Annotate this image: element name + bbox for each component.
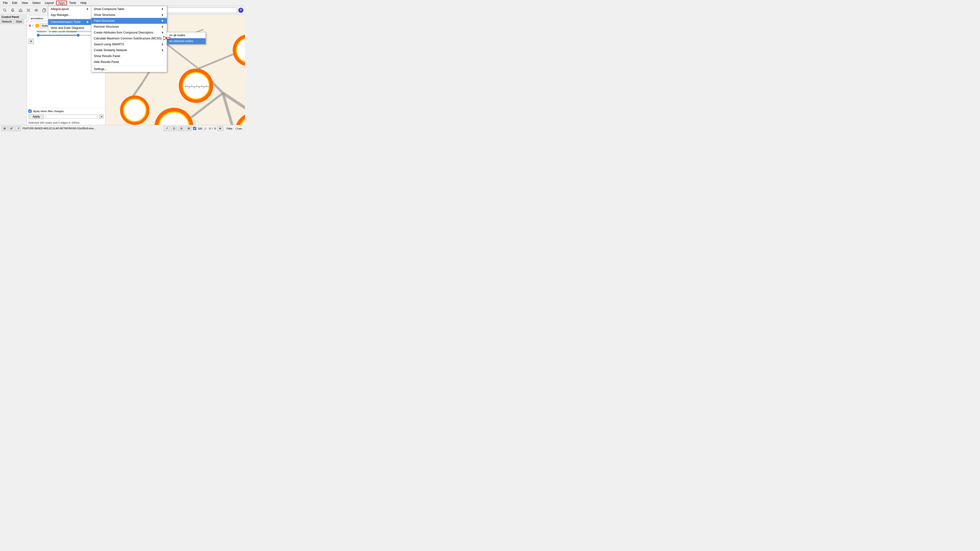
- apps-sep: [48, 18, 92, 19]
- show-checkbox[interactable]: [193, 127, 196, 130]
- share-button[interactable]: ⇄: [8, 126, 14, 131]
- zoom-button[interactable]: ⊕: [217, 126, 223, 131]
- paint-structures-arrow: [162, 20, 164, 22]
- show-compound-arrow: [162, 8, 164, 10]
- node-1[interactable]: [179, 68, 213, 103]
- apply-when-filter-checkbox[interactable]: [29, 110, 32, 113]
- chemo-sep: [91, 65, 167, 66]
- filter-node-icon: N: [35, 24, 39, 28]
- menu-help[interactable]: Help: [79, 1, 89, 5]
- menu-edit[interactable]: Edit: [10, 1, 19, 5]
- menu-apps[interactable]: Apps: [56, 1, 67, 5]
- refresh-icon: [11, 8, 15, 12]
- chemo-show-results[interactable]: Show Results Panel: [91, 53, 167, 59]
- divider-label: /: [212, 127, 213, 130]
- svg-line-37: [201, 85, 202, 87]
- filter-add-button[interactable]: +: [29, 39, 34, 44]
- view-button[interactable]: [33, 7, 40, 14]
- svg-point-12: [36, 10, 37, 11]
- apps-allegrolayout[interactable]: AllegroLayout: [48, 6, 92, 12]
- molecule-5: [158, 124, 192, 125]
- layout-button[interactable]: ⊞: [186, 126, 192, 131]
- svg-line-35: [196, 85, 197, 87]
- chemo-settings[interactable]: Settings...: [91, 66, 167, 72]
- svg-line-34: [194, 87, 194, 88]
- apps-cheminformatics[interactable]: Cheminformatics Tools: [48, 19, 92, 25]
- paint-selected-nodes[interactable]: on selected nodes: [167, 38, 205, 44]
- slider-fill: [37, 35, 77, 36]
- search-button[interactable]: [2, 7, 8, 14]
- svg-line-31: [187, 85, 188, 87]
- search-icon: [3, 8, 7, 12]
- tab-network[interactable]: Network: [0, 19, 14, 24]
- apply-row: Apply ✕: [29, 114, 103, 119]
- chemo-paint-structures[interactable]: Paint Structures: [91, 18, 167, 24]
- graph-button[interactable]: ↗: [15, 126, 21, 131]
- chain-label: Chain: [234, 127, 243, 130]
- svg-line-36: [199, 87, 199, 88]
- between-label: between: [37, 30, 47, 33]
- chemo-search-smarts[interactable]: Search using SMARTS: [91, 41, 167, 47]
- cheminformatics-dropdown: Show Compound Table Show Structures Pain…: [91, 6, 167, 72]
- panel-tabs: Network Style Select Annotati: [0, 19, 27, 24]
- menu-view[interactable]: View: [20, 1, 30, 5]
- copy-button[interactable]: [41, 7, 48, 14]
- slider-thumb-left[interactable]: [37, 34, 40, 37]
- paint-all-nodes[interactable]: on all nodes: [167, 32, 205, 38]
- cheminformatics-arrow: [87, 21, 88, 23]
- show-structures-arrow: [162, 14, 164, 16]
- chemo-remove-structures[interactable]: Remove Structures: [91, 24, 167, 30]
- menu-file[interactable]: File: [1, 1, 10, 5]
- grid-view-button[interactable]: ⊞: [2, 126, 7, 131]
- chemo-hide-results[interactable]: Hide Results Panel: [91, 59, 167, 65]
- copy-icon: [42, 8, 46, 12]
- filter-remove-button[interactable]: ✕: [29, 24, 31, 28]
- apps-venn[interactable]: Venn and Euler Diagrams: [48, 25, 92, 31]
- allegrolayout-arrow: [87, 8, 88, 10]
- menu-layout[interactable]: Layout: [43, 1, 56, 5]
- create-similarity-arrow: [162, 49, 164, 51]
- apply-cancel-button[interactable]: ✕: [99, 114, 103, 119]
- svg-line-39: [206, 85, 207, 87]
- chemo-create-similarity[interactable]: Create Similarity Network: [91, 47, 167, 53]
- network-button[interactable]: [25, 7, 32, 14]
- node-count: 160: [198, 127, 202, 130]
- chemo-mcss[interactable]: Calculate Maximum Common SubStructure (M…: [91, 35, 167, 41]
- eye-icon: [34, 8, 38, 12]
- apps-appmanager[interactable]: App Manager...: [48, 12, 92, 18]
- deselect-button[interactable]: ⊟: [178, 126, 184, 131]
- status-right: ↗ ⊡ ⊟ ⊞ 160 0 / 0 ⊕: [164, 126, 223, 131]
- svg-line-15: [167, 44, 199, 68]
- menubar: File Edit View Select Layout Apps Tools …: [0, 0, 245, 6]
- apply-progress-bar: [46, 114, 98, 119]
- chemo-show-compound[interactable]: Show Compound Table: [91, 6, 167, 12]
- edge-count-2: 0: [215, 127, 216, 130]
- svg-rect-81: [167, 38, 170, 39]
- tab-style[interactable]: Style: [14, 19, 24, 24]
- svg-line-38: [204, 87, 204, 88]
- home-button[interactable]: [17, 7, 24, 14]
- refresh-button[interactable]: [9, 7, 16, 14]
- help-button[interactable]: ?: [238, 8, 243, 13]
- apps-dropdown: AllegroLayout App Manager... Cheminforma…: [48, 6, 92, 31]
- red-arrow-indicator: [163, 36, 170, 41]
- molecule-1: [182, 78, 212, 95]
- apply-when-filter-label: Apply when filter changes: [33, 110, 64, 113]
- chemo-create-attrs[interactable]: Create Attributes from Compound Descript…: [91, 30, 167, 35]
- filter-label: Filter: [225, 127, 232, 130]
- remove-structures-arrow: [162, 25, 164, 28]
- edge-count: 0: [209, 127, 210, 130]
- slider-thumb-right[interactable]: [77, 34, 80, 37]
- node-4[interactable]: [120, 95, 150, 125]
- svg-line-1: [5, 11, 6, 12]
- apply-button[interactable]: Apply: [29, 114, 44, 119]
- export-button[interactable]: ↗: [164, 126, 170, 131]
- chemo-show-structures[interactable]: Show Structures: [91, 12, 167, 18]
- apply-check-row: Apply when filter changes: [29, 110, 103, 113]
- filter-rule-icon: [32, 25, 34, 27]
- select-all-button[interactable]: ⊡: [171, 126, 177, 131]
- slider-track: [37, 35, 98, 36]
- menu-select[interactable]: Select: [30, 1, 42, 5]
- status-bar: ⊞ ⇄ ↗ FEATURE-BASED-MOLECULAR-NETWORKING…: [0, 125, 245, 132]
- menu-tools[interactable]: Tools: [67, 1, 78, 5]
